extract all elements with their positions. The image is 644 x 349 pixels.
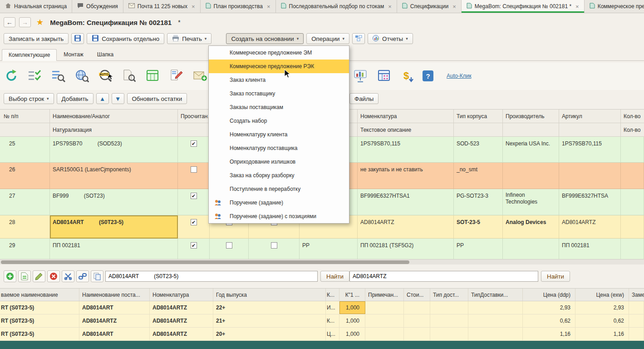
col-header-name[interactable]: Наименование/Аналог — [50, 110, 178, 123]
cell-price-exw[interactable]: 0,62 — [575, 314, 629, 327]
green-table-icon[interactable] — [145, 66, 161, 85]
cell-replacement[interactable] — [629, 314, 644, 327]
menu-item-assembly-order[interactable]: Заказ на сборку разборку — [209, 169, 349, 182]
move-down-button[interactable]: ▼ — [112, 93, 124, 104]
cell-supplier-name[interactable]: AD8014ART — [79, 301, 150, 314]
col-header-case-type[interactable]: Тип корпуса — [454, 110, 503, 123]
cell-case-type[interactable]: _no_smt — [454, 163, 503, 189]
cell-manufacturer[interactable] — [503, 163, 559, 189]
col-subheader[interactable] — [503, 123, 559, 136]
col-header-replacement[interactable]: Заме... — [629, 289, 644, 301]
close-icon[interactable]: × — [267, 4, 270, 10]
cell-qty[interactable] — [621, 137, 644, 163]
col-subheader-qty[interactable]: Кол-во — [621, 123, 644, 136]
component-search-input[interactable] — [105, 271, 318, 282]
cell-name-selected[interactable]: AD8014ART (S0T23-5) — [50, 215, 178, 239]
cell-nomenclature[interactable]: AD8014ARTZ — [150, 314, 213, 327]
cell-extra[interactable]: PP — [300, 239, 358, 259]
tab-stock-selection[interactable]: Последовательный подбор по стокам × — [276, 0, 397, 13]
cell-note[interactable] — [365, 301, 404, 314]
cell-nomenclature[interactable]: ПП 002181 (TSF5G2) — [358, 239, 454, 259]
find-button-2[interactable]: Найти — [541, 271, 570, 282]
col-header-cost[interactable]: Стои... — [404, 289, 430, 301]
add-row-button[interactable]: Добавить — [57, 93, 93, 104]
document-search-icon[interactable] — [122, 66, 137, 85]
col-header-requested-name[interactable]: ваемое наименование — [0, 289, 79, 301]
add-icon[interactable] — [4, 270, 16, 282]
cell-article[interactable]: AD8014ARTZ — [559, 215, 621, 239]
tab-commercial-offer[interactable]: Коммерческое предложение — [585, 0, 644, 13]
close-icon[interactable]: × — [452, 4, 456, 10]
table-row-29[interactable]: 29 ПП 002181 ✔ PP ПП 002181 (TSF5G2) PP … — [0, 239, 644, 259]
menu-item-assignment-with-positions[interactable]: Поручение (задание) с позициями — [209, 209, 349, 223]
cell-flag-1[interactable] — [210, 239, 249, 259]
cell-cost[interactable] — [404, 301, 430, 314]
cell-requested-name[interactable]: RT (S0T23-5) — [0, 301, 79, 314]
col-header-note[interactable]: Примечан... — [365, 289, 404, 301]
cell-note[interactable] — [365, 314, 404, 327]
refresh-stocks-button[interactable]: Обновить остатки — [127, 93, 187, 104]
cell-nomenclature[interactable]: 1PS79SB70,115 — [358, 137, 454, 163]
checkbox[interactable]: ✔ — [191, 140, 197, 147]
cell-manufacturer[interactable]: Analog Devices — [503, 215, 559, 239]
cell-manufacturer[interactable] — [503, 239, 559, 259]
save-button[interactable] — [71, 33, 84, 44]
col-header-nomenclature[interactable]: Номенклатура — [150, 289, 213, 301]
cell-calculated[interactable]: ✔ — [178, 239, 210, 259]
cell-k1[interactable]: 1,000 — [339, 328, 365, 340]
checkbox[interactable]: ✔ — [191, 219, 197, 225]
checkbox[interactable] — [226, 242, 232, 249]
col-header-delivery-type[interactable]: Тип дост... — [430, 289, 468, 301]
tab-specifications[interactable]: Спецификации × — [397, 0, 462, 13]
structure-icon-button[interactable] — [352, 33, 365, 44]
col-header-k1[interactable]: К"1 ... — [339, 289, 365, 301]
cell-num[interactable]: 29 — [0, 239, 50, 259]
menu-item-commercial-offer-rek[interactable]: Коммерческое предложение РЭК — [209, 60, 349, 73]
cell-nomenclature[interactable]: не закупать и не ставить — [358, 163, 454, 189]
save-and-close-button[interactable]: Записать и закрыть — [4, 33, 69, 44]
cell-article[interactable]: ПП 002181 — [559, 239, 621, 259]
cell-name[interactable]: BF999 (SOT23) — [50, 189, 178, 215]
mail-add-icon[interactable] — [192, 66, 208, 85]
new-document-icon[interactable] — [18, 270, 31, 282]
cell-nomenclature[interactable]: AD8014ARTZ — [150, 328, 213, 340]
cell-num[interactable]: 26 — [0, 163, 50, 189]
menu-item-commercial-offer-em[interactable]: Коммерческое предложение ЭМ — [209, 46, 349, 60]
auto-click-link[interactable]: Auto-Клик — [447, 73, 472, 79]
cell-calculated[interactable] — [178, 163, 210, 189]
cell-note[interactable] — [365, 328, 404, 340]
copy-icon[interactable] — [91, 270, 103, 282]
menu-item-supplier-nomenclature[interactable]: Номенклатуру поставщика — [209, 141, 349, 155]
cell-cost[interactable] — [404, 314, 430, 327]
files-button[interactable]: Файлы — [349, 93, 379, 104]
offer-row-2[interactable]: RT (S0T23-5) AD8014ARTZ AD8014ARTZ 21+ К… — [0, 314, 644, 328]
presentation-chart-icon[interactable] — [353, 66, 369, 85]
col-header-calculated[interactable]: Просчитан... — [178, 110, 210, 123]
globe-search-icon[interactable] — [74, 66, 90, 85]
cell-name[interactable]: ПП 002181 — [50, 239, 178, 259]
cell-supplier-name[interactable]: AD8014ART — [79, 328, 150, 340]
cell-cost[interactable] — [404, 328, 430, 340]
back-button[interactable]: ← — [4, 17, 15, 27]
col-header-price-exw[interactable]: Цена (exw) — [575, 289, 629, 301]
col-header-manufacturer[interactable]: Производитель — [503, 110, 559, 123]
cell-nomenclature[interactable]: BF999E6327HTSA1 — [358, 189, 454, 215]
tab-home[interactable]: Начальная страница — [0, 0, 72, 13]
close-icon[interactable]: × — [388, 4, 392, 10]
menu-item-supplier-order[interactable]: Заказ поставщику — [209, 87, 349, 100]
cell-k1[interactable]: 1,000 — [339, 314, 365, 327]
help-icon[interactable]: ? — [420, 66, 436, 85]
offer-row-1[interactable]: RT (S0T23-5) AD8014ART AD8014ARTZ 22+ И.… — [0, 301, 644, 314]
cell-qty[interactable] — [621, 189, 644, 215]
select-rows-button[interactable]: Выбор строк ▾ — [4, 93, 54, 104]
col-header-qty[interactable]: Кол-во — [621, 110, 644, 123]
col-header-delivery-type-2[interactable]: ТипДоставки... — [468, 289, 523, 301]
cell-article[interactable]: BF999E6327HTSA — [559, 189, 621, 215]
col-subheader-naturalization[interactable]: Натурализация — [50, 123, 178, 136]
col-header-price-ddp[interactable]: Цена (ddp) — [523, 289, 575, 301]
cell-delivery-type[interactable] — [430, 314, 468, 327]
reports-button[interactable]: Отчеты ▾ — [368, 33, 413, 44]
scissors-icon[interactable] — [62, 270, 74, 282]
favorite-star-icon[interactable]: ★ — [36, 17, 44, 27]
menu-item-customer-order[interactable]: Заказ клиента — [209, 73, 349, 87]
